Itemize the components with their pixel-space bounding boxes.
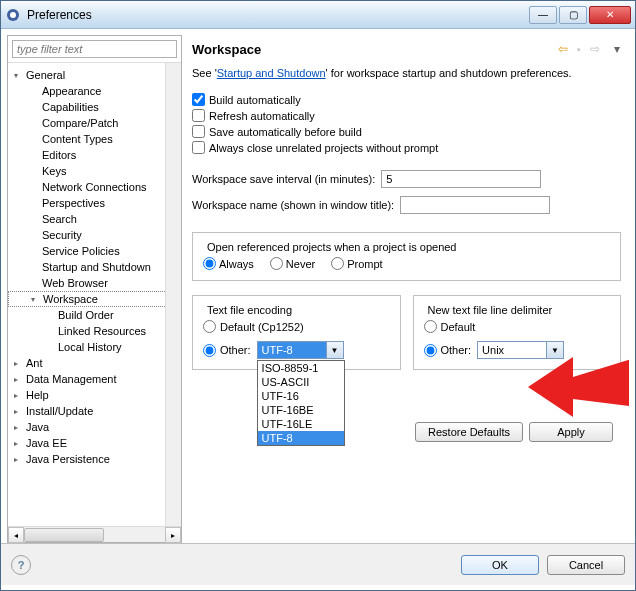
tree-item-java[interactable]: ▸Java (8, 419, 181, 435)
tree-item-keys[interactable]: Keys (8, 163, 181, 179)
tree-item-perspectives[interactable]: Perspectives (8, 195, 181, 211)
open-ref-always-radio[interactable] (203, 257, 216, 270)
tree-item-ant[interactable]: ▸Ant (8, 355, 181, 371)
delimiter-combo[interactable]: ▼ (477, 341, 564, 359)
startup-shutdown-link[interactable]: Startup and Shutdown (217, 67, 326, 79)
save-before-build-checkbox[interactable] (192, 125, 205, 138)
filter-input[interactable] (12, 40, 177, 58)
minimize-button[interactable]: — (529, 6, 557, 24)
tree-h-scrollbar[interactable]: ◂ ▸ (8, 526, 181, 542)
cancel-button[interactable]: Cancel (547, 555, 625, 575)
close-unrelated-checkbox[interactable] (192, 141, 205, 154)
restore-defaults-button[interactable]: Restore Defaults (415, 422, 523, 442)
tree-item-compare-patch[interactable]: Compare/Patch (8, 115, 181, 131)
tree-item-label: Capabilities (42, 101, 99, 113)
encoding-other-row: Other: ▼ ISO-8859-1US-ASCIIUTF-16UTF-16B… (203, 341, 390, 359)
tree-item-content-types[interactable]: Content Types (8, 131, 181, 147)
scroll-right-button[interactable]: ▸ (165, 527, 181, 543)
tree-item-install-update[interactable]: ▸Install/Update (8, 403, 181, 419)
refresh-auto-checkbox[interactable] (192, 109, 205, 122)
preferences-tree[interactable]: ▾GeneralAppearanceCapabilitiesCompare/Pa… (8, 63, 181, 526)
open-referenced-group: Open referenced projects when a project … (192, 232, 621, 281)
window-title: Preferences (27, 8, 529, 22)
delimiter-other-radio[interactable] (424, 344, 437, 357)
collapse-icon: ▸ (14, 423, 26, 432)
forward-arrow-icon[interactable]: ⇨ (587, 41, 603, 57)
tree-item-startup-and-shutdown[interactable]: Startup and Shutdown (8, 259, 181, 275)
tree-item-service-policies[interactable]: Service Policies (8, 243, 181, 259)
tree-item-security[interactable]: Security (8, 227, 181, 243)
tree-item-java-persistence[interactable]: ▸Java Persistence (8, 451, 181, 467)
nav-separator: ▪ (577, 43, 581, 55)
encoding-group: Text file encoding Default (Cp1252) Othe… (192, 295, 401, 370)
delimiter-dropdown-button[interactable]: ▼ (547, 341, 564, 359)
open-ref-never[interactable]: Never (270, 257, 315, 270)
encoding-option-utf-16be[interactable]: UTF-16BE (258, 403, 344, 417)
refresh-auto-row: Refresh automatically (192, 109, 621, 122)
scroll-left-button[interactable]: ◂ (8, 527, 24, 543)
tree-item-data-management[interactable]: ▸Data Management (8, 371, 181, 387)
open-ref-never-radio[interactable] (270, 257, 283, 270)
tree-item-search[interactable]: Search (8, 211, 181, 227)
build-auto-checkbox[interactable] (192, 93, 205, 106)
tree-scrollbar[interactable] (165, 63, 181, 526)
delimiter-combo-input[interactable] (477, 341, 547, 359)
save-interval-input[interactable] (381, 170, 541, 188)
maximize-button[interactable]: ▢ (559, 6, 587, 24)
build-auto-row: Build automatically (192, 93, 621, 106)
tree-item-local-history[interactable]: Local History (8, 339, 181, 355)
collapse-icon: ▸ (14, 455, 26, 464)
encoding-default-radio[interactable] (203, 320, 216, 333)
delimiter-group: New text file line delimiter Default Oth… (413, 295, 622, 370)
workspace-name-input[interactable] (400, 196, 550, 214)
ok-button[interactable]: OK (461, 555, 539, 575)
tree-item-linked-resources[interactable]: Linked Resources (8, 323, 181, 339)
tree-item-label: Java EE (26, 437, 67, 449)
apply-button[interactable]: Apply (529, 422, 613, 442)
encoding-dropdown-button[interactable]: ▼ (327, 341, 344, 359)
help-icon[interactable]: ? (11, 555, 31, 575)
back-arrow-icon[interactable]: ⇦ (555, 41, 571, 57)
app-icon (5, 7, 21, 23)
window-buttons: — ▢ ✕ (529, 6, 631, 24)
tree-item-label: Service Policies (42, 245, 120, 257)
encoding-option-iso-8859-1[interactable]: ISO-8859-1 (258, 361, 344, 375)
encoding-dropdown-list[interactable]: ISO-8859-1US-ASCIIUTF-16UTF-16BEUTF-16LE… (257, 360, 345, 446)
scroll-thumb[interactable] (24, 528, 104, 542)
open-referenced-radios: Always Never Prompt (203, 257, 610, 270)
tree-item-help[interactable]: ▸Help (8, 387, 181, 403)
encoding-option-utf-8[interactable]: UTF-8 (258, 431, 344, 445)
encoding-default[interactable]: Default (Cp1252) (203, 320, 390, 333)
tree-item-java-ee[interactable]: ▸Java EE (8, 435, 181, 451)
tree-item-build-order[interactable]: Build Order (8, 307, 181, 323)
encoding-other-radio[interactable] (203, 344, 216, 357)
main-panel: Workspace ⇦ ▪ ⇨ ▾ See 'Startup and Shutd… (188, 35, 629, 543)
encoding-option-utf-16[interactable]: UTF-16 (258, 389, 344, 403)
titlebar[interactable]: Preferences — ▢ ✕ (1, 1, 635, 29)
tree-item-appearance[interactable]: Appearance (8, 83, 181, 99)
encoding-option-us-ascii[interactable]: US-ASCII (258, 375, 344, 389)
delimiter-other[interactable]: Other: (424, 344, 472, 357)
close-button[interactable]: ✕ (589, 6, 631, 24)
delimiter-default-radio[interactable] (424, 320, 437, 333)
encoding-option-utf-16le[interactable]: UTF-16LE (258, 417, 344, 431)
tree-item-network-connections[interactable]: Network Connections (8, 179, 181, 195)
encoding-combo[interactable]: ▼ ISO-8859-1US-ASCIIUTF-16UTF-16BEUTF-16… (257, 341, 344, 359)
open-ref-always[interactable]: Always (203, 257, 254, 270)
tree-item-label: Search (42, 213, 77, 225)
scroll-track[interactable] (24, 527, 165, 542)
open-ref-prompt-radio[interactable] (331, 257, 344, 270)
encoding-combo-input[interactable] (257, 341, 327, 359)
delimiter-default[interactable]: Default (424, 320, 611, 333)
tree-item-label: Workspace (43, 293, 98, 305)
save-interval-row: Workspace save interval (in minutes): (192, 170, 621, 188)
open-ref-prompt[interactable]: Prompt (331, 257, 382, 270)
nav-menu-icon[interactable]: ▾ (609, 41, 625, 57)
tree-item-editors[interactable]: Editors (8, 147, 181, 163)
tree-item-workspace[interactable]: ▾Workspace (8, 291, 181, 307)
encoding-other[interactable]: Other: (203, 344, 251, 357)
tree-item-general[interactable]: ▾General (8, 67, 181, 83)
intro-prefix: See ' (192, 67, 217, 79)
tree-item-capabilities[interactable]: Capabilities (8, 99, 181, 115)
tree-item-web-browser[interactable]: Web Browser (8, 275, 181, 291)
